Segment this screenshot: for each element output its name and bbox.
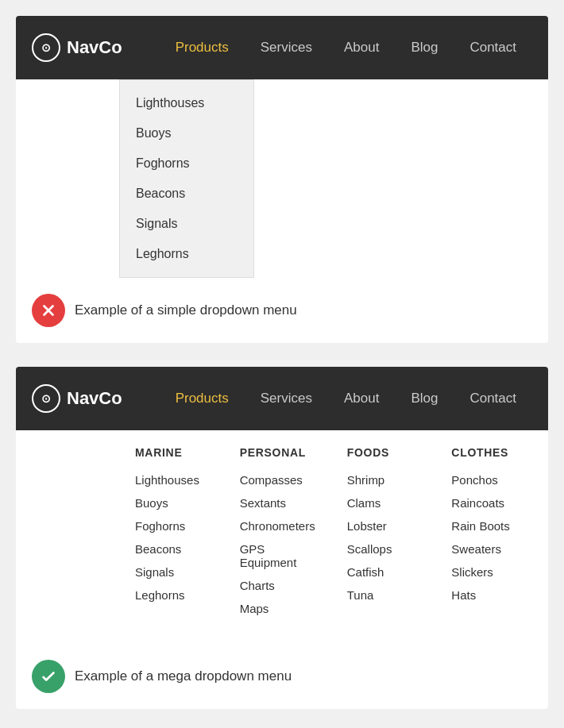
simple-example-row: Example of a simple dropdown menu [16, 278, 548, 343]
bottom-nav-blog[interactable]: Blog [395, 367, 454, 430]
top-logo-icon: ⊙ [32, 33, 60, 62]
mega-item-catfish[interactable]: Catfish [347, 560, 420, 584]
mega-item-lighthouses[interactable]: Lighthouses [135, 468, 208, 491]
top-logo: ⊙ NavCo [32, 33, 122, 62]
check-icon [40, 668, 57, 685]
bottom-logo-icon: ⊙ [32, 384, 60, 413]
top-nav-contact[interactable]: Contact [454, 16, 532, 79]
simple-dropdown-section: ⊙ NavCo Products Services About Blog Con… [16, 16, 548, 343]
dropdown-item-leghorns[interactable]: Leghorns [120, 239, 253, 269]
mega-col-personal-header: PERSONAL [240, 446, 315, 459]
mega-item-maps[interactable]: Maps [240, 597, 315, 620]
simple-example-label: Example of a simple dropdown menu [75, 302, 297, 318]
mega-example-label: Example of a mega dropdown menu [75, 668, 292, 684]
mega-col-clothes-header: CLOTHES [451, 446, 524, 459]
bottom-nav-products[interactable]: Products [160, 367, 245, 430]
mega-item-scallops[interactable]: Scallops [347, 537, 420, 560]
mega-col-foods: FOODS Shrimp Clams Lobster Scallops Catf… [331, 446, 436, 620]
mega-item-sweaters[interactable]: Sweaters [451, 537, 524, 560]
mega-item-ponchos[interactable]: Ponchos [451, 468, 524, 491]
top-navbar: ⊙ NavCo Products Services About Blog Con… [16, 16, 548, 79]
mega-item-foghorns[interactable]: Foghorns [135, 514, 208, 537]
top-nav-links: Products Services About Blog Contact [160, 16, 532, 79]
mega-item-lobster[interactable]: Lobster [347, 514, 420, 537]
dropdown-item-beacons[interactable]: Beacons [120, 179, 253, 209]
bottom-nav-services[interactable]: Services [245, 367, 328, 430]
good-icon-circle [32, 660, 65, 693]
x-icon [40, 302, 57, 319]
mega-item-raincoats[interactable]: Raincoats [451, 491, 524, 514]
mega-item-shrimp[interactable]: Shrimp [347, 468, 420, 491]
mega-item-charts[interactable]: Charts [240, 574, 315, 597]
mega-col-marine: MARINE Lighthouses Buoys Foghorns Beacon… [119, 446, 224, 620]
top-nav-about[interactable]: About [328, 16, 395, 79]
mega-item-gps[interactable]: GPS Equipment [240, 537, 315, 574]
dropdown-item-buoys[interactable]: Buoys [120, 118, 253, 148]
mega-item-beacons[interactable]: Beacons [135, 537, 208, 560]
mega-menu-panel: MARINE Lighthouses Buoys Foghorns Beacon… [16, 430, 548, 644]
mega-item-tuna[interactable]: Tuna [347, 584, 420, 607]
mega-item-sextants[interactable]: Sextants [240, 491, 315, 514]
dropdown-item-lighthouses[interactable]: Lighthouses [120, 88, 253, 118]
mega-item-signals[interactable]: Signals [135, 560, 208, 584]
bottom-nav-contact[interactable]: Contact [454, 367, 532, 430]
top-logo-text: NavCo [67, 37, 122, 58]
mega-col-marine-header: MARINE [135, 446, 208, 459]
mega-item-slickers[interactable]: Slickers [451, 560, 524, 584]
simple-dropdown-panel: Lighthouses Buoys Foghorns Beacons Signa… [119, 79, 254, 278]
bottom-nav-links: Products Services About Blog Contact [160, 367, 532, 430]
mega-item-chronometers[interactable]: Chronometers [240, 514, 315, 537]
mega-dropdown-section: ⊙ NavCo Products Services About Blog Con… [16, 367, 548, 709]
mega-example-row: Example of a mega dropdown menu [16, 644, 548, 709]
mega-col-clothes: CLOTHES Ponchos Raincoats Rain Boots Swe… [435, 446, 540, 620]
mega-menu-inner: MARINE Lighthouses Buoys Foghorns Beacon… [16, 430, 548, 644]
mega-item-clams[interactable]: Clams [347, 491, 420, 514]
mega-item-leghorns[interactable]: Leghorns [135, 584, 208, 607]
bottom-nav-about[interactable]: About [328, 367, 395, 430]
dropdown-item-foghorns[interactable]: Foghorns [120, 148, 253, 179]
dropdown-item-signals[interactable]: Signals [120, 209, 253, 239]
bottom-logo-text: NavCo [67, 388, 122, 409]
bottom-logo: ⊙ NavCo [32, 384, 122, 413]
mega-item-compasses[interactable]: Compasses [240, 468, 315, 491]
mega-col-personal: PERSONAL Compasses Sextants Chronometers… [224, 446, 331, 620]
mega-item-buoys[interactable]: Buoys [135, 491, 208, 514]
bad-icon-circle [32, 294, 65, 327]
mega-item-rain-boots[interactable]: Rain Boots [451, 514, 524, 537]
mega-col-foods-header: FOODS [347, 446, 420, 459]
bottom-navbar: ⊙ NavCo Products Services About Blog Con… [16, 367, 548, 430]
top-nav-blog[interactable]: Blog [395, 16, 454, 79]
mega-item-hats[interactable]: Hats [451, 584, 524, 607]
top-nav-products[interactable]: Products [160, 16, 245, 79]
top-nav-services[interactable]: Services [245, 16, 328, 79]
